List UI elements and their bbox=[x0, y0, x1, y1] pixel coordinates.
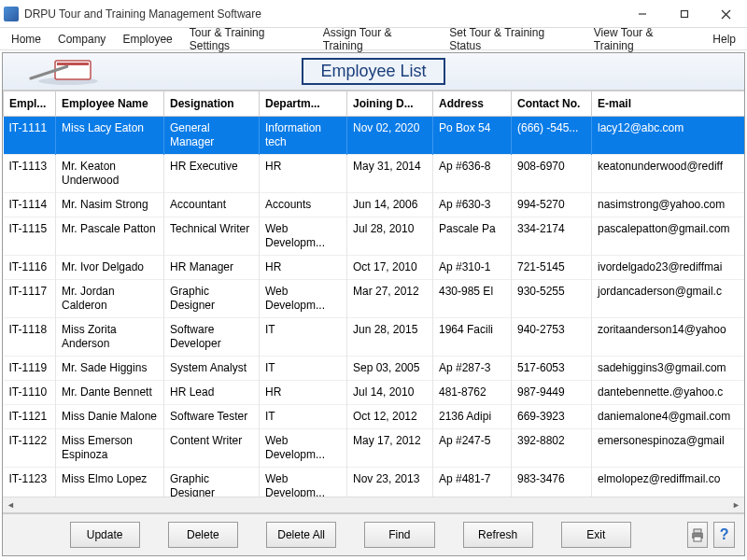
cell-date: Jun 14, 2006 bbox=[347, 193, 433, 217]
cell-desig: Graphic Designer bbox=[164, 280, 260, 318]
cell-dept: IT bbox=[260, 357, 347, 381]
svg-rect-10 bbox=[694, 537, 701, 541]
client-area: Employee List Empl... Employee Name Desi… bbox=[2, 52, 745, 556]
scroll-left-arrow[interactable]: ◄ bbox=[3, 497, 19, 513]
table-row[interactable]: IT-1114Mr. Nasim StrongAccountantAccount… bbox=[4, 193, 745, 217]
cell-desig: General Manager bbox=[164, 117, 260, 155]
cell-name: Miss Zorita Anderson bbox=[56, 318, 164, 357]
cell-date: Sep 03, 2005 bbox=[347, 357, 433, 381]
cell-addr: Ap #247-5 bbox=[433, 429, 512, 468]
col-department[interactable]: Departm... bbox=[260, 91, 347, 117]
cell-addr: Ap #310-1 bbox=[433, 256, 512, 280]
cell-contact: 987-9449 bbox=[512, 381, 592, 405]
cell-date: Nov 23, 2013 bbox=[347, 468, 433, 497]
cell-dept: IT bbox=[260, 318, 347, 357]
menu-set-status[interactable]: Set Tour & Training Status bbox=[442, 24, 585, 54]
close-button[interactable] bbox=[705, 0, 747, 28]
table-row[interactable]: IT-1121Miss Danie MaloneSoftware TesterI… bbox=[4, 405, 745, 429]
horizontal-scrollbar[interactable]: ◄ ► bbox=[3, 497, 744, 512]
svg-rect-9 bbox=[694, 529, 701, 533]
refresh-button[interactable]: Refresh bbox=[463, 522, 533, 548]
window-titlebar: DRPU Tour and Training Management Softwa… bbox=[0, 0, 747, 28]
cell-id: IT-1123 bbox=[4, 468, 56, 497]
cell-desig: HR Lead bbox=[164, 381, 260, 405]
cell-dept: Web Developm... bbox=[260, 429, 347, 468]
table-row[interactable]: IT-1119Mr. Sade HigginsSystem AnalystITS… bbox=[4, 357, 745, 381]
menubar: Home Company Employee Tour & Training Se… bbox=[0, 28, 747, 50]
col-designation[interactable]: Designation bbox=[164, 91, 260, 117]
employee-grid[interactable]: Empl... Employee Name Designation Depart… bbox=[3, 91, 744, 497]
cell-id: IT-1113 bbox=[4, 155, 56, 193]
cell-email: zoritaanderson14@yahoo bbox=[592, 318, 745, 357]
cell-desig: Technical Writer bbox=[164, 217, 260, 256]
cell-id: IT-1111 bbox=[4, 117, 56, 155]
menu-help[interactable]: Help bbox=[705, 31, 743, 48]
menu-assign-tour[interactable]: Assign Tour & Training bbox=[316, 24, 441, 54]
print-button[interactable] bbox=[687, 522, 708, 548]
delete-button[interactable]: Delete bbox=[168, 522, 238, 548]
page-banner: Employee List bbox=[3, 53, 744, 91]
col-address[interactable]: Address bbox=[433, 91, 512, 117]
cell-name: Mr. Keaton Underwood bbox=[56, 155, 164, 193]
cell-addr: Po Box 54 bbox=[433, 117, 512, 155]
cell-desig: Software Tester bbox=[164, 405, 260, 429]
col-email[interactable]: E-mail bbox=[592, 91, 745, 117]
cell-date: May 17, 2012 bbox=[347, 429, 433, 468]
col-contact[interactable]: Contact No. bbox=[512, 91, 592, 117]
cell-contact: 721-5145 bbox=[512, 256, 592, 280]
cell-desig: Accountant bbox=[164, 193, 260, 217]
cell-email: elmolopez@rediffmail.co bbox=[592, 468, 745, 497]
cell-email: daniemalone4@gmail.com bbox=[592, 405, 745, 429]
cell-dept: Web Developm... bbox=[260, 468, 347, 497]
cell-name: Mr. Dante Bennett bbox=[56, 381, 164, 405]
cell-email: nasimstrong@yahoo.com bbox=[592, 193, 745, 217]
cell-id: IT-1118 bbox=[4, 318, 56, 357]
help-button[interactable]: ? bbox=[713, 522, 734, 548]
col-joining-date[interactable]: Joining D... bbox=[347, 91, 433, 117]
cell-id: IT-1114 bbox=[4, 193, 56, 217]
cell-email: lacy12@abc.com bbox=[592, 117, 745, 155]
maximize-button[interactable] bbox=[663, 0, 705, 28]
table-row[interactable]: IT-1122Miss Emerson EspinozaContent Writ… bbox=[4, 429, 745, 468]
update-button[interactable]: Update bbox=[70, 522, 140, 548]
cell-dept: Web Developm... bbox=[260, 280, 347, 318]
table-row[interactable]: IT-1115Mr. Pascale PattonTechnical Write… bbox=[4, 217, 745, 256]
cell-id: IT-1122 bbox=[4, 429, 56, 468]
find-button[interactable]: Find bbox=[364, 522, 434, 548]
cell-date: Jun 28, 2015 bbox=[347, 318, 433, 357]
menu-home[interactable]: Home bbox=[4, 31, 49, 48]
svg-rect-1 bbox=[681, 11, 687, 18]
cell-addr: 2136 Adipi bbox=[433, 405, 512, 429]
table-row[interactable]: IT-1116Mr. Ivor DelgadoHR ManagerHROct 1… bbox=[4, 256, 745, 280]
menu-company[interactable]: Company bbox=[50, 31, 113, 48]
cell-email: emersonespinoza@gmail bbox=[592, 429, 745, 468]
cell-email: sadehiggins3@gmail.com bbox=[592, 357, 745, 381]
cell-name: Mr. Ivor Delgado bbox=[56, 256, 164, 280]
table-row[interactable]: IT-1117Mr. Jordan CalderonGraphic Design… bbox=[4, 280, 745, 318]
svg-rect-6 bbox=[57, 63, 89, 65]
minimize-button[interactable] bbox=[621, 0, 663, 28]
scroll-right-arrow[interactable]: ► bbox=[728, 497, 744, 513]
cell-addr: 481-8762 bbox=[433, 381, 512, 405]
col-employee-name[interactable]: Employee Name bbox=[56, 91, 164, 117]
table-row[interactable]: IT-1111Miss Lacy EatonGeneral ManagerInf… bbox=[4, 117, 745, 155]
cell-addr: Ap #630-3 bbox=[433, 193, 512, 217]
delete-all-button[interactable]: Delete All bbox=[266, 522, 336, 548]
cell-dept: Information tech bbox=[260, 117, 347, 155]
col-employee-id[interactable]: Empl... bbox=[4, 91, 56, 117]
table-row[interactable]: IT-1113Mr. Keaton UnderwoodHR ExecutiveH… bbox=[4, 155, 745, 193]
table-row[interactable]: IT-1123Miss Elmo LopezGraphic DesignerWe… bbox=[4, 468, 745, 497]
table-row[interactable]: IT-1118Miss Zorita AndersonSoftware Deve… bbox=[4, 318, 745, 357]
cell-contact: (666) -545... bbox=[512, 117, 592, 155]
cell-id: IT-1121 bbox=[4, 405, 56, 429]
cell-email: jordancaderson@gmail.c bbox=[592, 280, 745, 318]
exit-button[interactable]: Exit bbox=[561, 522, 631, 548]
table-row[interactable]: IT-1110Mr. Dante BennettHR LeadHRJul 14,… bbox=[4, 381, 745, 405]
menu-tour-settings[interactable]: Tour & Training Settings bbox=[182, 24, 314, 54]
cell-dept: Accounts bbox=[260, 193, 347, 217]
cell-contact: 940-2753 bbox=[512, 318, 592, 357]
menu-view-tour[interactable]: View Tour & Training bbox=[586, 24, 702, 54]
menu-employee[interactable]: Employee bbox=[115, 31, 179, 48]
cell-desig: System Analyst bbox=[164, 357, 260, 381]
help-icon: ? bbox=[720, 526, 729, 543]
